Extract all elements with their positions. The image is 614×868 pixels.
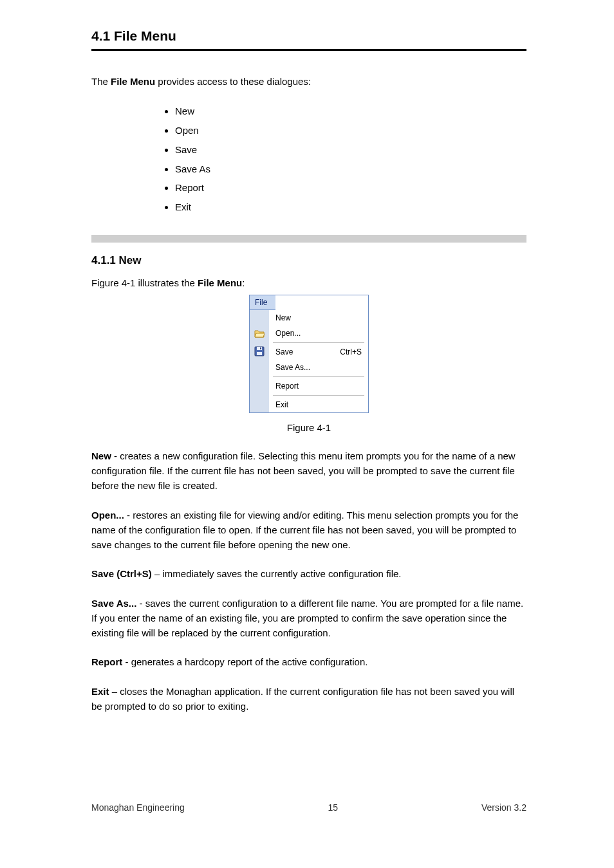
term-new: New — [91, 450, 111, 461]
menu-label: Save As... — [275, 363, 310, 372]
menu-title: File — [250, 295, 275, 310]
figure-intro: Figure 4-1 illustrates the File Menu: — [91, 277, 526, 288]
svg-rect-2 — [257, 352, 262, 355]
menu-item-save-as: Save As... — [269, 360, 368, 375]
icon-slot-empty — [250, 359, 269, 374]
list-item: Exit — [175, 198, 526, 217]
save-disk-icon — [250, 344, 269, 359]
intro-paragraph: The File Menu provides access to these d… — [91, 74, 526, 89]
intro-suffix: provides access to these dialogues: — [155, 76, 311, 87]
figure-number: Figure 4-1 — [91, 422, 526, 433]
menu-label: New — [275, 313, 291, 322]
para-exit: Exit – closes the Monaghan application. … — [91, 684, 526, 714]
icon-slot-empty — [250, 310, 269, 326]
menu-item-new: New — [269, 310, 368, 326]
list-item: Save — [175, 140, 526, 160]
term-save-as: Save As... — [91, 598, 136, 609]
menu-item-exit: Exit — [269, 397, 368, 412]
section-rule — [91, 49, 526, 51]
subsection-heading: 4.1.1 New — [91, 254, 526, 267]
menu-separator — [273, 395, 364, 396]
folder-open-icon — [250, 326, 269, 341]
section-divider-bar — [91, 235, 526, 243]
menu-items: New Open... Save Ctrl+S Save As... — [269, 310, 368, 412]
menu-label: Save — [275, 347, 293, 356]
menu-icon-strip — [250, 310, 269, 412]
para-save: Save (Ctrl+S) – immediately saves the cu… — [91, 566, 526, 581]
menu-separator — [273, 376, 364, 377]
menu-item-save: Save Ctrl+S — [269, 344, 368, 360]
list-item: Save As — [175, 160, 526, 179]
fig-intro-bold: File Menu — [198, 277, 242, 288]
section-heading: 4.1 File Menu — [91, 28, 526, 44]
body-new: - creates a new configuration file. Sele… — [91, 450, 516, 492]
body-report: - generates a hardcopy report of the act… — [122, 656, 367, 667]
term-save: Save (Ctrl+S) — [91, 568, 152, 579]
bullet-list: New Open Save Save As Report Exit — [91, 102, 526, 217]
list-item: Report — [175, 178, 526, 198]
menu-shortcut: Ctrl+S — [340, 347, 362, 356]
para-open: Open... - restores an existing file for … — [91, 508, 526, 553]
footer-page-number: 15 — [328, 802, 339, 813]
para-save-as: Save As... - saves the current configura… — [91, 596, 526, 641]
menu-item-report: Report — [269, 378, 368, 394]
intro-bold: File Menu — [111, 76, 155, 87]
para-report: Report - generates a hardcopy report of … — [91, 654, 526, 669]
menu-item-open: Open... — [269, 326, 368, 341]
section-number: 4.1 — [91, 28, 110, 43]
figure-wrap: File — [91, 295, 526, 413]
page-footer: Monaghan Engineering 15 Version 3.2 — [0, 802, 614, 813]
fig-intro-prefix: Figure 4-1 illustrates the — [91, 277, 198, 288]
footer-right: Version 3.2 — [481, 802, 526, 813]
intro-prefix: The — [91, 76, 111, 87]
section-title-text: File Menu — [114, 28, 176, 43]
menu-separator — [273, 342, 364, 343]
body-save-as: - saves the current configuration to a d… — [91, 598, 523, 639]
file-menu-graphic: File — [249, 295, 369, 413]
footer-left: Monaghan Engineering — [91, 802, 185, 813]
term-open: Open... — [91, 510, 124, 521]
menu-label: Exit — [275, 400, 288, 409]
fig-intro-suffix: : — [242, 277, 245, 288]
term-report: Report — [91, 656, 122, 667]
menu-label: Report — [275, 382, 299, 391]
body-open: - restores an existing file for viewing … — [91, 510, 518, 551]
list-item: Open — [175, 121, 526, 140]
menu-label: Open... — [275, 329, 301, 338]
icon-slot-empty — [250, 395, 269, 411]
term-exit: Exit — [91, 686, 109, 697]
body-exit: – closes the Monaghan application. If th… — [91, 686, 514, 712]
para-new: New - creates a new configuration file. … — [91, 448, 526, 494]
icon-slot-empty — [250, 377, 269, 392]
svg-rect-3 — [260, 347, 261, 349]
body-save: – immediately saves the currently active… — [152, 568, 402, 579]
list-item: New — [175, 102, 526, 121]
